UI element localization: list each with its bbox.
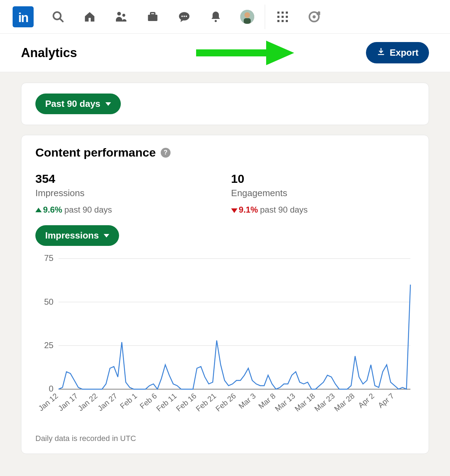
svg-point-7 — [181, 15, 183, 17]
impressions-label: Impressions — [35, 188, 112, 199]
svg-rect-16 — [286, 12, 288, 14]
engagements-change: 9.1%past 90 days — [231, 205, 308, 215]
impressions-chart: 0255075Jan 12Jan 17Jan 22Jan 27Feb 1Feb … — [35, 254, 415, 424]
svg-text:Feb 11: Feb 11 — [154, 391, 178, 413]
svg-rect-20 — [277, 20, 279, 22]
arrow-up-icon — [35, 208, 42, 212]
page-title: Analytics — [21, 46, 77, 60]
svg-rect-13 — [244, 18, 251, 24]
content-performance-card: Content performance ? 354 Impressions 9.… — [21, 135, 429, 454]
home-icon[interactable] — [83, 10, 97, 24]
svg-rect-4 — [148, 15, 158, 21]
notifications-icon[interactable] — [209, 10, 223, 24]
arrow-down-icon — [231, 208, 237, 213]
svg-point-3 — [122, 14, 125, 16]
metric-impressions: 354 Impressions 9.6%past 90 days — [35, 172, 112, 215]
svg-text:Jan 27: Jan 27 — [96, 391, 119, 413]
export-button[interactable]: Export — [366, 42, 429, 63]
annotation-arrow — [196, 41, 294, 65]
engagements-label: Engagements — [231, 188, 308, 199]
svg-text:Apr 7: Apr 7 — [376, 391, 396, 409]
export-button-label: Export — [390, 47, 418, 58]
svg-line-1 — [60, 18, 63, 21]
svg-rect-15 — [282, 12, 284, 14]
top-nav: in — [0, 0, 450, 34]
date-filter-card: Past 90 days — [21, 83, 429, 125]
svg-marker-27 — [266, 41, 294, 65]
section-title: Content performance — [35, 146, 156, 159]
svg-text:75: 75 — [44, 254, 54, 263]
page-header: Analytics Export — [0, 34, 450, 72]
target-icon[interactable] — [307, 10, 321, 24]
apps-grid-icon[interactable] — [276, 10, 290, 24]
svg-rect-18 — [282, 16, 284, 18]
jobs-icon[interactable] — [146, 10, 160, 24]
svg-text:Mar 28: Mar 28 — [332, 391, 356, 413]
metric-selector-label: Impressions — [45, 230, 99, 241]
svg-text:Jan 12: Jan 12 — [37, 391, 60, 413]
svg-text:Feb 16: Feb 16 — [174, 391, 198, 413]
chevron-down-icon — [105, 102, 111, 106]
chart-footnote: Daily data is recorded in UTC — [35, 434, 415, 443]
svg-text:Feb 1: Feb 1 — [118, 391, 139, 411]
svg-text:Mar 23: Mar 23 — [313, 391, 337, 413]
svg-text:Feb 21: Feb 21 — [194, 391, 218, 413]
svg-point-24 — [313, 15, 316, 18]
nav-divider — [265, 5, 265, 29]
metric-selector-dropdown[interactable]: Impressions — [35, 225, 119, 246]
svg-rect-17 — [277, 16, 279, 18]
svg-text:50: 50 — [44, 297, 54, 306]
svg-rect-5 — [151, 13, 155, 15]
svg-text:Feb 26: Feb 26 — [214, 391, 238, 413]
messaging-icon[interactable] — [177, 10, 191, 24]
impressions-value: 354 — [35, 172, 112, 186]
svg-point-12 — [244, 12, 250, 18]
svg-text:Mar 13: Mar 13 — [273, 391, 297, 413]
svg-point-9 — [186, 15, 187, 17]
search-icon[interactable] — [51, 10, 65, 24]
svg-rect-26 — [196, 49, 270, 56]
svg-text:Jan 17: Jan 17 — [56, 391, 79, 413]
svg-text:Jan 22: Jan 22 — [76, 391, 99, 413]
svg-rect-21 — [282, 20, 284, 22]
download-icon — [376, 47, 386, 58]
svg-rect-14 — [277, 12, 279, 14]
svg-point-2 — [117, 12, 121, 15]
date-range-dropdown[interactable]: Past 90 days — [35, 94, 121, 114]
linkedin-logo[interactable]: in — [13, 6, 34, 27]
chevron-down-icon — [104, 234, 109, 237]
impressions-change: 9.6%past 90 days — [35, 205, 112, 215]
svg-point-8 — [184, 15, 185, 17]
svg-rect-19 — [286, 16, 288, 18]
svg-text:Apr 2: Apr 2 — [356, 391, 376, 409]
help-icon[interactable]: ? — [161, 148, 171, 158]
profile-avatar[interactable] — [240, 10, 254, 24]
date-range-label: Past 90 days — [45, 98, 101, 109]
network-icon[interactable] — [114, 10, 128, 24]
svg-text:25: 25 — [44, 340, 54, 350]
svg-text:Mar 18: Mar 18 — [293, 391, 317, 413]
engagements-value: 10 — [231, 172, 308, 186]
svg-point-10 — [215, 20, 217, 22]
metric-engagements: 10 Engagements 9.1%past 90 days — [231, 172, 308, 215]
svg-rect-22 — [286, 20, 288, 22]
svg-text:Mar 3: Mar 3 — [237, 391, 257, 411]
